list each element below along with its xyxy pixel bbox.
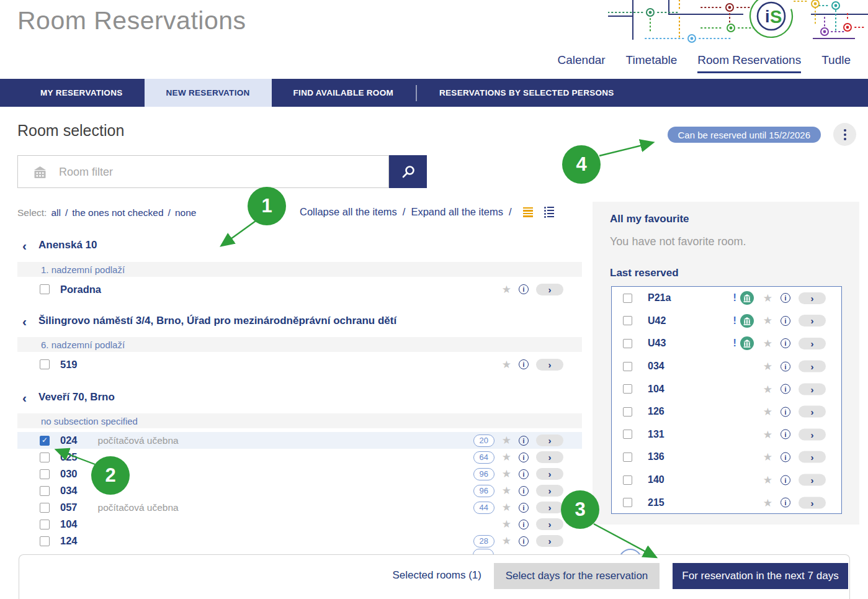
favorite-star-icon[interactable]: ★: [763, 452, 772, 462]
favorite-star-icon[interactable]: ★: [763, 429, 772, 439]
compact-list-icon[interactable]: [523, 207, 533, 217]
info-icon[interactable]: i: [781, 475, 790, 485]
favorite-star-icon[interactable]: ★: [502, 359, 511, 370]
open-room-button[interactable]: ›: [536, 518, 563, 530]
open-room-button[interactable]: ›: [799, 406, 826, 418]
open-room-button[interactable]: ›: [799, 292, 826, 304]
room-checkbox[interactable]: [40, 503, 50, 513]
select-none-link[interactable]: none: [175, 207, 196, 218]
open-room-button[interactable]: ›: [536, 451, 563, 463]
info-icon[interactable]: i: [519, 436, 529, 446]
select-unchecked-link[interactable]: the ones not checked: [72, 207, 163, 218]
info-icon[interactable]: i: [519, 359, 529, 369]
info-icon[interactable]: i: [519, 486, 529, 496]
open-room-button[interactable]: ›: [799, 361, 826, 372]
room-checkbox[interactable]: [623, 316, 632, 325]
tab-find-available-room[interactable]: FIND AVAILABLE ROOM: [272, 79, 415, 107]
favorite-star-icon[interactable]: ★: [502, 435, 511, 446]
favorite-star-icon[interactable]: ★: [502, 452, 511, 462]
room-checkbox[interactable]: [40, 453, 50, 462]
favorite-star-icon[interactable]: ★: [763, 497, 772, 508]
info-icon[interactable]: i: [519, 520, 529, 529]
tab-my-reservations[interactable]: MY RESERVATIONS: [19, 79, 145, 107]
select-all-link[interactable]: all: [51, 207, 61, 218]
open-room-button[interactable]: ›: [799, 497, 826, 508]
favorite-star-icon[interactable]: ★: [763, 338, 772, 349]
collapse-chevron-icon[interactable]: ‹: [22, 239, 27, 252]
building-silingrovo[interactable]: ‹ Šilingrovo náměstí 3/4, Brno, Úřad pro…: [17, 313, 582, 329]
open-room-button[interactable]: ›: [536, 468, 563, 480]
room-checkbox[interactable]: [40, 469, 50, 479]
favorite-star-icon[interactable]: ★: [502, 284, 511, 295]
info-icon[interactable]: i: [781, 338, 790, 348]
search-button[interactable]: [389, 155, 427, 188]
open-room-button[interactable]: ›: [536, 502, 563, 513]
more-options-button[interactable]: [833, 123, 856, 146]
favorite-star-icon[interactable]: ★: [763, 475, 772, 485]
select-days-button[interactable]: Select days for the reservation: [494, 563, 660, 589]
room-checkbox[interactable]: [623, 294, 632, 303]
building-veveri[interactable]: ‹ Veveří 70, Brno: [17, 389, 582, 405]
detailed-list-icon[interactable]: [544, 207, 555, 218]
favorite-star-icon[interactable]: ★: [502, 502, 511, 513]
info-icon[interactable]: i: [519, 536, 529, 546]
open-room-button[interactable]: ›: [799, 474, 826, 486]
favorite-star-icon[interactable]: ★: [502, 519, 511, 529]
room-checkbox[interactable]: [623, 362, 632, 371]
room-checkbox-checked[interactable]: [40, 436, 50, 446]
room-checkbox[interactable]: [623, 430, 632, 439]
nav-link-room-reservations[interactable]: Room Reservations: [697, 53, 801, 73]
favorite-star-icon[interactable]: ★: [502, 469, 511, 479]
open-room-button[interactable]: ›: [799, 428, 826, 440]
next-7-days-button[interactable]: For reservation in the next 7 days: [673, 563, 848, 589]
info-icon[interactable]: i: [781, 407, 790, 417]
info-icon[interactable]: i: [519, 503, 529, 513]
info-icon[interactable]: i: [519, 469, 529, 479]
nav-link-timetable[interactable]: Timetable: [626, 53, 678, 73]
favorite-star-icon[interactable]: ★: [763, 293, 772, 304]
info-icon[interactable]: i: [519, 284, 529, 294]
room-filter-input[interactable]: [58, 156, 383, 189]
open-room-button[interactable]: ›: [799, 315, 826, 327]
favorite-star-icon[interactable]: ★: [502, 536, 511, 546]
favorite-star-icon[interactable]: ★: [763, 407, 772, 417]
favorite-star-icon[interactable]: ★: [763, 315, 772, 326]
info-icon[interactable]: i: [781, 361, 790, 371]
collapse-all-link[interactable]: Collapse all the items: [300, 206, 397, 218]
room-checkbox[interactable]: [623, 339, 632, 348]
open-room-button[interactable]: ›: [536, 535, 563, 547]
room-checkbox[interactable]: [623, 498, 632, 507]
favorite-star-icon[interactable]: ★: [502, 485, 511, 496]
room-checkbox[interactable]: [40, 536, 50, 546]
collapse-chevron-icon[interactable]: ‹: [22, 391, 27, 404]
info-icon[interactable]: i: [781, 384, 790, 394]
open-room-button[interactable]: ›: [536, 485, 563, 497]
info-icon[interactable]: i: [781, 293, 790, 303]
info-icon[interactable]: i: [781, 316, 790, 326]
open-room-button[interactable]: ›: [799, 451, 826, 463]
nav-link-calendar[interactable]: Calendar: [558, 53, 606, 73]
room-checkbox[interactable]: [623, 407, 632, 417]
expand-all-link[interactable]: Expand all the items: [411, 206, 503, 218]
room-checkbox[interactable]: [623, 453, 632, 462]
tab-reservations-by-selected-persons[interactable]: RESERVATIONS BY SELECTED PERSONS: [418, 79, 636, 107]
open-room-button[interactable]: ›: [536, 284, 563, 295]
favorite-star-icon[interactable]: ★: [763, 384, 772, 394]
collapse-chevron-icon[interactable]: ‹: [22, 315, 27, 328]
room-checkbox[interactable]: [40, 284, 50, 294]
info-icon[interactable]: i: [781, 498, 790, 508]
room-checkbox[interactable]: [623, 475, 632, 485]
nav-link-tudle[interactable]: Tudle: [821, 53, 851, 73]
open-room-button[interactable]: ›: [536, 359, 563, 371]
favorite-star-icon[interactable]: ★: [763, 361, 772, 372]
building-anenska[interactable]: ‹ Anenská 10: [17, 237, 582, 253]
open-room-button[interactable]: ›: [799, 383, 826, 395]
open-room-button[interactable]: ›: [799, 338, 826, 349]
tab-new-reservation[interactable]: NEW RESERVATION: [145, 79, 272, 107]
info-icon[interactable]: i: [781, 430, 790, 439]
room-checkbox[interactable]: [40, 486, 50, 496]
room-checkbox[interactable]: [40, 520, 50, 529]
open-room-button[interactable]: ›: [536, 435, 563, 446]
info-icon[interactable]: i: [519, 453, 529, 462]
info-icon[interactable]: i: [781, 452, 790, 462]
